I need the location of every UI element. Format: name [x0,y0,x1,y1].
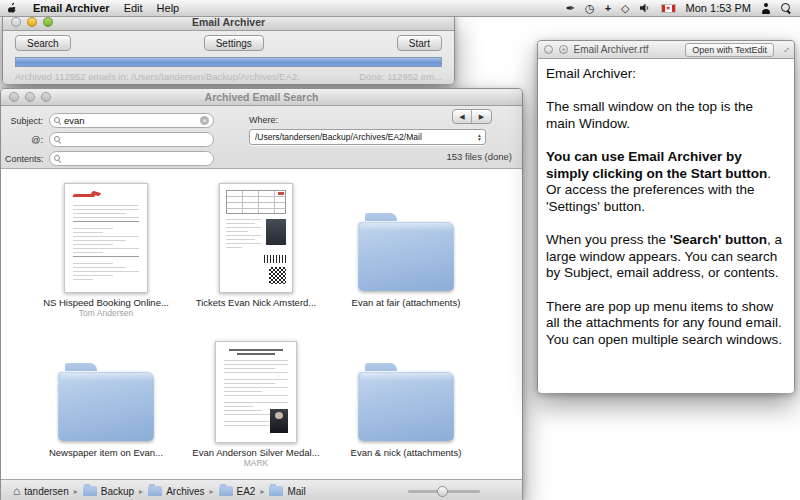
field-value: evan [64,115,197,126]
field-label: @: [5,135,49,145]
magnifier-icon [54,136,61,143]
text: There are pop up menu items to show all … [546,299,782,347]
search-input[interactable]: evan× [49,113,214,128]
file-label: Evan at fair (attachments) [352,297,461,308]
file-icon-box [219,179,293,293]
minimize-button[interactable] [25,92,35,102]
spotlight-diamond-icon[interactable]: ◇ [621,0,629,17]
settings-button[interactable]: Settings [204,35,264,51]
archiver-body: Search Settings Start Archived 112952 em… [3,31,454,84]
file-label: Evan Anderson Silver Medal... [192,447,319,458]
breadcrumb: ⌂tandersen▸Backup▸Archives▸EA2▸Mail [13,485,306,497]
menu-clock[interactable]: Mon 1:53 PM [686,2,751,14]
where-value: /Users/tandersen/Backup/Archives/EA2/Mai… [250,132,474,142]
crumb-separator-icon: ▸ [209,487,213,496]
open-with-textedit-button[interactable]: Open with TextEdit [685,43,774,57]
search-window-title: Archived Email Search [1,91,522,103]
path-bar: ⌂tandersen▸Backup▸Archives▸EA2▸Mail [1,479,522,500]
timer-icon[interactable]: ◷ [585,0,595,17]
breadcrumb-item[interactable]: Archives [148,486,204,497]
quill-icon[interactable]: ✒ [566,0,575,17]
zoom-button[interactable] [43,17,53,27]
bold-text: You can use Email Archiver by simply cli… [546,149,767,180]
crumb-separator-icon: ▸ [260,487,264,496]
volume-icon[interactable] [640,3,651,13]
ticket-photo [266,219,286,245]
breadcrumb-label: tandersen [24,486,68,497]
apple-menu-icon[interactable] [8,2,19,15]
file-item[interactable]: Evan Anderson Silver Medal...MARK [181,329,331,479]
search-button[interactable]: Search [15,35,71,51]
search-field-row: Subject:evan× [5,113,214,128]
file-item[interactable]: Newspaper item on Evan... [31,329,181,479]
canada-flag-icon[interactable]: ★ [661,4,676,13]
file-icon-box [58,329,154,443]
folder-icon [148,486,162,496]
document-thumbnail [215,341,297,443]
progress-fill [16,58,441,66]
slider-knob[interactable] [437,486,448,497]
menu-edit[interactable]: Edit [124,2,143,14]
start-button[interactable]: Start [397,35,442,51]
crosshair-icon[interactable]: + [605,0,611,17]
folder-body [358,371,454,441]
close-button[interactable] [9,92,19,102]
crumb-separator-icon: ▸ [74,487,78,496]
archive-status-text: Archived 112952 emails in: /Users/tander… [15,71,300,82]
file-item[interactable]: Evan & nick (attachments) [331,329,481,479]
crumb-separator-icon: ▸ [139,487,143,496]
file-item[interactable]: NS Hispeed Booking Online...Tom Andersen [31,179,181,329]
done-count-text: Done: 112952 em... [359,71,442,82]
zoom-button[interactable] [41,92,51,102]
text: When you press the [546,232,670,247]
file-item[interactable]: Evan at fair (attachments) [331,179,481,329]
forward-button[interactable]: ▶ [472,110,491,123]
text: The small window on the top is the main … [546,99,753,130]
icon-size-slider[interactable] [408,490,480,493]
spotlight-search-icon[interactable] [781,3,792,14]
search-titlebar[interactable]: Archived Email Search [1,89,522,106]
file-icon-box [64,179,148,293]
back-button[interactable]: ◀ [453,110,472,123]
action-button[interactable]: + [559,45,568,54]
file-grid: NS Hispeed Booking Online...Tom Andersen… [1,169,522,479]
field-label: Contents: [5,154,49,164]
file-sublabel: Tom Andersen [79,308,133,318]
archiver-window-title: Email Archiver [3,16,454,28]
close-button[interactable] [11,17,21,27]
home-icon: ⌂ [13,485,20,497]
breadcrumb-label: Backup [101,486,134,497]
where-dropdown[interactable]: /Users/tandersen/Backup/Archives/EA2/Mai… [249,129,486,145]
file-label: Newspaper item on Evan... [49,447,163,458]
file-label: Evan & nick (attachments) [351,447,462,458]
where-label: Where: [249,115,278,125]
breadcrumb-item[interactable]: Backup [83,486,134,497]
folder-icon [83,486,97,496]
magnifier-icon [54,155,61,162]
paragraph: Email Archiver: [546,66,786,82]
menu-email-archiver[interactable]: Email Archiver [33,2,110,14]
file-item[interactable]: Tickets Evan Nick Amsterd... [181,179,331,329]
breadcrumb-item[interactable]: EA2 [219,486,256,497]
menu-help[interactable]: Help [157,2,180,14]
close-button[interactable] [544,45,553,54]
expand-icon[interactable]: ↔ [779,42,792,55]
maple-leaf-icon: ★ [665,5,670,11]
minimize-button[interactable] [27,17,37,27]
breadcrumb-item[interactable]: Mail [269,486,305,497]
search-input[interactable] [49,151,214,166]
clear-icon[interactable]: × [200,116,209,125]
file-icon-box [358,179,454,293]
qr-code [269,267,286,284]
ticket-lines [226,219,262,251]
user-menu-icon[interactable] [761,3,771,14]
ticket-mid [226,219,286,251]
folder-icon [269,486,283,496]
search-input[interactable] [49,132,214,147]
menu-bar: Email ArchiverEditHelp ✒ ◷ + ◇ ★ Mon 1:5… [0,0,800,17]
folder-icon [219,486,233,496]
preview-titlebar[interactable]: + Email Archiver.rtf Open with TextEdit … [538,41,794,59]
breadcrumb-item[interactable]: ⌂tandersen [13,485,69,497]
file-label: NS Hispeed Booking Online... [43,297,169,308]
email-archiver-window: Email Archiver Search Settings Start Arc… [2,13,455,84]
